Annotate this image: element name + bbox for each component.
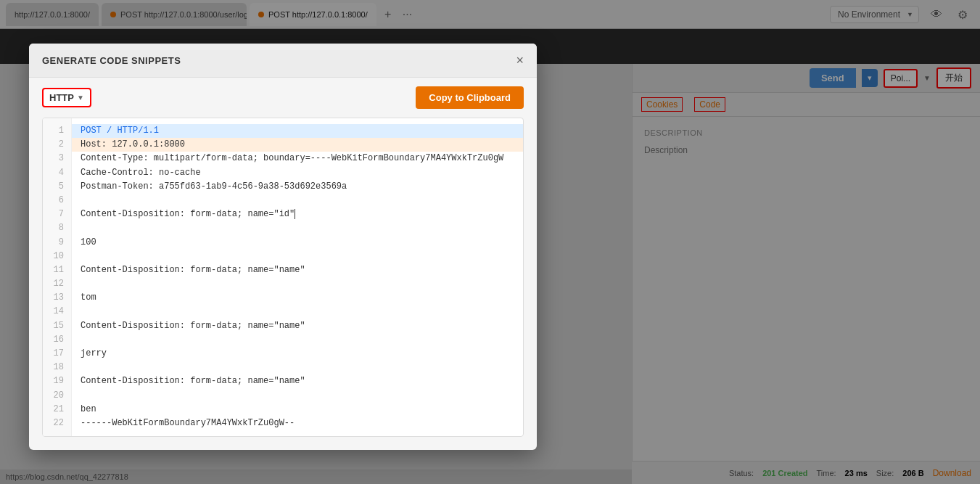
- line-number-12: 12: [50, 277, 64, 291]
- line-number-3: 3: [50, 152, 64, 165]
- line-number-2: 2: [50, 138, 64, 152]
- code-line-20: [81, 389, 514, 403]
- line-number-16: 16: [50, 333, 64, 347]
- code-line-2: Host: 127.0.0.1:8000: [72, 138, 523, 152]
- code-line-10: [81, 250, 514, 263]
- line-number-19: 19: [50, 374, 64, 388]
- code-line-17: jerry: [81, 347, 514, 361]
- line-number-10: 10: [50, 250, 64, 263]
- line-number-8: 8: [50, 221, 64, 235]
- code-snippets-modal: GENERATE CODE SNIPPETS × HTTP ▼ Copy to …: [29, 44, 537, 450]
- language-selector[interactable]: HTTP ▼: [42, 88, 91, 107]
- line-number-6: 6: [50, 194, 64, 208]
- line-number-22: 22: [50, 417, 64, 430]
- language-label: HTTP: [49, 92, 74, 103]
- code-line-12: [81, 277, 514, 291]
- line-number-18: 18: [50, 361, 64, 374]
- line-number-7: 7: [50, 208, 64, 221]
- line-number-4: 4: [50, 166, 64, 180]
- line-number-9: 9: [50, 236, 64, 250]
- code-line-8: [81, 221, 514, 235]
- modal-toolbar: HTTP ▼ Copy to Clipboard: [29, 78, 537, 118]
- code-line-11: Content-Disposition: form-data; name="na…: [81, 263, 514, 277]
- modal-title: GENERATE CODE SNIPPETS: [42, 55, 181, 66]
- line-number-5: 5: [50, 180, 64, 194]
- copy-to-clipboard-button[interactable]: Copy to Clipboard: [416, 86, 524, 109]
- code-line-22: ------WebKitFormBoundary7MA4YWxkTrZu0gW-…: [81, 417, 514, 430]
- code-line-13: tom: [81, 291, 514, 305]
- code-line-4: Cache-Control: no-cache: [81, 166, 514, 180]
- line-number-21: 21: [50, 403, 64, 417]
- line-number-20: 20: [50, 389, 64, 403]
- code-area: 12345678910111213141516171819202122 POST…: [42, 118, 524, 437]
- code-line-18: [81, 361, 514, 374]
- code-line-21: ben: [81, 403, 514, 417]
- code-line-9: 100: [81, 236, 514, 250]
- code-line-15: Content-Disposition: form-data; name="na…: [81, 319, 514, 333]
- line-number-13: 13: [50, 291, 64, 305]
- language-dropdown-arrow[interactable]: ▼: [77, 94, 84, 102]
- code-line-6: [81, 194, 514, 208]
- line-number-17: 17: [50, 347, 64, 361]
- modal-close-button[interactable]: ×: [516, 54, 524, 67]
- code-line-19: Content-Disposition: form-data; name="na…: [81, 374, 514, 388]
- code-text[interactable]: POST / HTTP/1.1 Host: 127.0.0.1:8000 Con…: [72, 118, 523, 436]
- modal-overlay: GENERATE CODE SNIPPETS × HTTP ▼ Copy to …: [0, 0, 980, 484]
- line-number-11: 11: [50, 263, 64, 277]
- line-number-15: 15: [50, 319, 64, 333]
- line-number-14: 14: [50, 305, 64, 319]
- code-line-5: Postman-Token: a755fd63-1ab9-4c56-9a38-5…: [81, 180, 514, 194]
- code-content: 12345678910111213141516171819202122 POST…: [43, 118, 523, 436]
- code-line-1: POST / HTTP/1.1: [72, 124, 523, 138]
- modal-header: GENERATE CODE SNIPPETS ×: [29, 44, 537, 78]
- code-line-7: Content-Disposition: form-data; name="id…: [81, 208, 514, 221]
- line-numbers: 12345678910111213141516171819202122: [43, 118, 72, 436]
- code-line-14: [81, 305, 514, 319]
- code-line-16: [81, 333, 514, 347]
- code-line-3: Content-Type: multipart/form-data; bound…: [81, 152, 514, 165]
- line-number-1: 1: [50, 124, 64, 138]
